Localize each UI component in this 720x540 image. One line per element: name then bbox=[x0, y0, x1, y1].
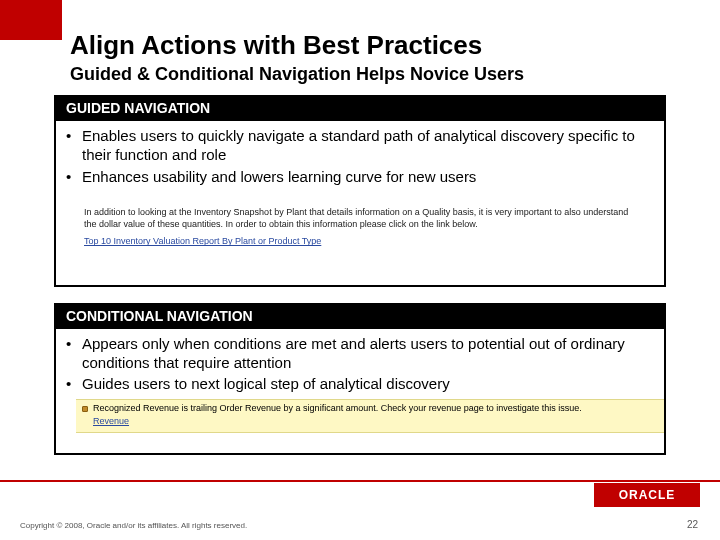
alert-banner: Recognized Revenue is trailing Order Rev… bbox=[76, 399, 666, 433]
list-item: •Enhances usability and lowers learning … bbox=[66, 168, 652, 187]
guided-bullets: •Enables users to quickly navigate a sta… bbox=[66, 127, 652, 189]
conditional-bullets: •Appears only when conditions are met an… bbox=[66, 335, 652, 395]
note-text: In addition to looking at the Inventory … bbox=[84, 207, 628, 229]
bullet-text: Enables users to quickly navigate a stan… bbox=[82, 127, 652, 165]
alert-text-block: Recognized Revenue is trailing Order Rev… bbox=[93, 403, 659, 427]
oracle-logo: ORACLE bbox=[594, 483, 700, 507]
bullet-text: Enhances usability and lowers learning c… bbox=[82, 168, 476, 187]
page-number: 22 bbox=[687, 519, 698, 530]
list-item: •Appears only when conditions are met an… bbox=[66, 335, 652, 373]
revenue-link[interactable]: Revenue bbox=[93, 416, 129, 427]
conditional-panel: CONDITIONAL NAVIGATION •Appears only whe… bbox=[54, 303, 666, 455]
slide: Align Actions with Best Practices Guided… bbox=[0, 0, 720, 540]
bullet-text: Appears only when conditions are met and… bbox=[82, 335, 652, 373]
copyright-text: Copyright © 2008, Oracle and/or its affi… bbox=[20, 521, 247, 530]
page-title: Align Actions with Best Practices bbox=[70, 30, 482, 61]
guided-panel: GUIDED NAVIGATION •Enables users to quic… bbox=[54, 95, 666, 287]
oracle-wordmark: ORACLE bbox=[619, 488, 676, 502]
conditional-panel-header: CONDITIONAL NAVIGATION bbox=[54, 303, 666, 329]
footer-divider bbox=[0, 480, 720, 482]
inventory-report-link[interactable]: Top 10 Inventory Valuation Report By Pla… bbox=[84, 236, 321, 248]
brand-accent-block bbox=[0, 0, 62, 40]
bullet-text: Guides users to next logical step of ana… bbox=[82, 375, 450, 394]
alert-icon bbox=[82, 406, 88, 412]
page-subtitle: Guided & Conditional Navigation Helps No… bbox=[70, 64, 524, 85]
guided-panel-header: GUIDED NAVIGATION bbox=[54, 95, 666, 121]
guided-note: In addition to looking at the Inventory … bbox=[84, 207, 642, 248]
alert-message: Recognized Revenue is trailing Order Rev… bbox=[93, 403, 582, 413]
list-item: •Enables users to quickly navigate a sta… bbox=[66, 127, 652, 165]
list-item: •Guides users to next logical step of an… bbox=[66, 375, 652, 394]
